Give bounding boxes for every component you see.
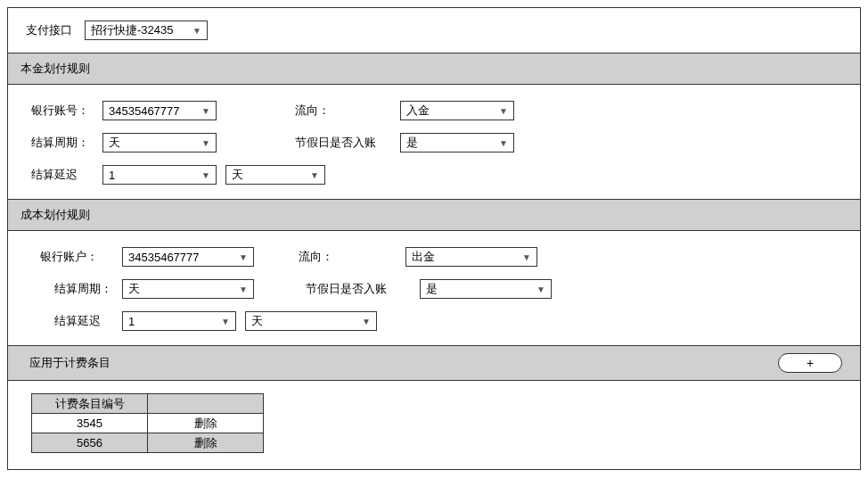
chevron-down-icon: ▼ bbox=[239, 284, 248, 294]
principal-flow-select[interactable]: 入金 ▼ bbox=[400, 101, 514, 120]
chevron-down-icon: ▼ bbox=[201, 138, 210, 148]
chevron-down-icon: ▼ bbox=[201, 106, 210, 116]
principal-cycle-select[interactable]: 天 ▼ bbox=[102, 133, 217, 153]
table-row: 5656 删除 bbox=[32, 433, 264, 453]
delete-button[interactable]: 删除 bbox=[148, 433, 264, 453]
chevron-down-icon: ▼ bbox=[192, 26, 201, 36]
chevron-down-icon: ▼ bbox=[362, 317, 371, 326]
chevron-down-icon: ▼ bbox=[239, 252, 248, 262]
delete-button[interactable]: 删除 bbox=[148, 414, 264, 433]
principal-flow-label: 流向： bbox=[295, 103, 400, 119]
principal-bank-select[interactable]: 34535467777 ▼ bbox=[102, 101, 217, 120]
chevron-down-icon: ▼ bbox=[522, 252, 531, 262]
cost-flow-select[interactable]: 出金 ▼ bbox=[405, 247, 537, 267]
payment-interface-value: 招行快捷-32435 bbox=[91, 22, 173, 38]
principal-holiday-label: 节假日是否入账 bbox=[295, 135, 400, 151]
cost-bank-select[interactable]: 34535467777 ▼ bbox=[122, 247, 254, 267]
billing-table: 计费条目编号 3545 删除 5656 删除 bbox=[31, 393, 264, 453]
billing-col-action bbox=[148, 394, 264, 414]
billing-id-cell: 3545 bbox=[32, 414, 148, 433]
table-row: 3545 删除 bbox=[32, 414, 264, 433]
chevron-down-icon: ▼ bbox=[499, 106, 508, 116]
billing-section-header: 应用于计费条目 + bbox=[8, 345, 860, 381]
principal-delay-label: 结算延迟 bbox=[31, 167, 102, 183]
cost-delay-unit-select[interactable]: 天 ▼ bbox=[245, 311, 377, 331]
cost-flow-value: 出金 bbox=[412, 249, 435, 265]
cost-delay-num-select[interactable]: 1 ▼ bbox=[122, 311, 236, 331]
payment-interface-label: 支付接口 bbox=[26, 22, 72, 38]
principal-holiday-select[interactable]: 是 ▼ bbox=[400, 133, 514, 153]
chevron-down-icon: ▼ bbox=[201, 170, 210, 180]
cost-bank-label: 银行账户： bbox=[40, 249, 122, 265]
cost-delay-num: 1 bbox=[128, 315, 135, 328]
cost-section-title: 成本划付规则 bbox=[20, 207, 90, 223]
cost-holiday-select[interactable]: 是 ▼ bbox=[420, 279, 552, 299]
cost-delay-unit: 天 bbox=[251, 313, 263, 329]
billing-table-wrap: 计费条目编号 3545 删除 5656 删除 bbox=[8, 381, 860, 469]
billing-id-cell: 5656 bbox=[32, 433, 148, 453]
chevron-down-icon: ▼ bbox=[310, 170, 319, 180]
payment-interface-select[interactable]: 招行快捷-32435 ▼ bbox=[85, 21, 208, 40]
cost-cycle-label: 结算周期： bbox=[54, 281, 122, 297]
principal-delay-num-select[interactable]: 1 ▼ bbox=[102, 165, 217, 185]
cost-section-body: 银行账户： 34535467777 ▼ 流向： 出金 ▼ 结算周期： 天 ▼ 节… bbox=[8, 231, 860, 345]
billing-col-id: 计费条目编号 bbox=[32, 394, 148, 414]
billing-section-title: 应用于计费条目 bbox=[29, 355, 111, 371]
principal-delay-num: 1 bbox=[109, 169, 115, 182]
cost-holiday-value: 是 bbox=[426, 281, 438, 297]
form-container: 支付接口 招行快捷-32435 ▼ 本金划付规则 银行账号： 345354677… bbox=[7, 7, 861, 470]
principal-bank-label: 银行账号： bbox=[31, 103, 102, 119]
principal-delay-unit-select[interactable]: 天 ▼ bbox=[225, 165, 325, 185]
principal-bank-value: 34535467777 bbox=[109, 104, 180, 118]
cost-bank-value: 34535467777 bbox=[128, 251, 200, 264]
principal-section-header: 本金划付规则 bbox=[8, 53, 860, 85]
chevron-down-icon: ▼ bbox=[221, 317, 230, 326]
cost-flow-label: 流向： bbox=[299, 249, 405, 265]
principal-section-title: 本金划付规则 bbox=[20, 61, 90, 77]
plus-icon: + bbox=[807, 356, 814, 370]
principal-delay-unit: 天 bbox=[232, 167, 243, 183]
cost-delay-label: 结算延迟 bbox=[54, 313, 122, 329]
add-billing-button[interactable]: + bbox=[778, 353, 842, 373]
cost-cycle-select[interactable]: 天 ▼ bbox=[122, 279, 254, 299]
cost-section-header: 成本划付规则 bbox=[8, 199, 860, 231]
principal-holiday-value: 是 bbox=[406, 135, 418, 151]
principal-cycle-value: 天 bbox=[109, 135, 120, 151]
chevron-down-icon: ▼ bbox=[499, 138, 508, 148]
principal-section-body: 银行账号： 34535467777 ▼ 流向： 入金 ▼ 结算周期： 天 ▼ 节… bbox=[8, 85, 860, 199]
principal-cycle-label: 结算周期： bbox=[31, 135, 102, 151]
cost-holiday-label: 节假日是否入账 bbox=[306, 281, 420, 297]
cost-cycle-value: 天 bbox=[128, 281, 140, 297]
principal-flow-value: 入金 bbox=[406, 103, 430, 119]
chevron-down-icon: ▼ bbox=[536, 284, 545, 294]
payment-interface-row: 支付接口 招行快捷-32435 ▼ bbox=[8, 8, 860, 53]
